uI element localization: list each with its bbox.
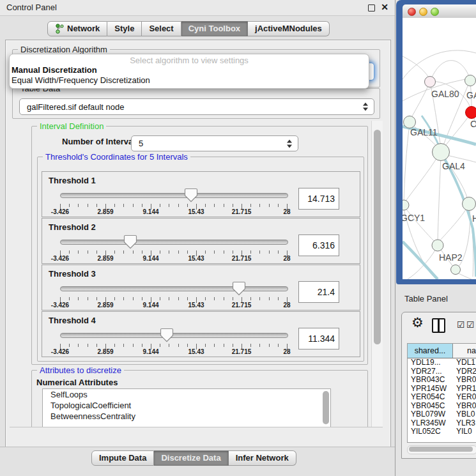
scrollbar-thumb[interactable]	[409, 447, 473, 452]
tab-label: Network	[67, 22, 100, 36]
tick-mark	[224, 204, 224, 207]
column-header-shared-name[interactable]: shared...	[408, 344, 453, 358]
network-node-gal80[interactable]	[425, 77, 436, 88]
close-icon[interactable]: ✕	[381, 2, 388, 12]
node-label: GAL80	[431, 89, 459, 99]
threshold-slider[interactable]: -3.4262.8599.14415.4321.71528	[60, 327, 288, 355]
table-row[interactable]: YER054CYER0	[408, 393, 476, 402]
table-row[interactable]: YDR27...YDR2	[408, 367, 476, 376]
tab-discretize-data[interactable]: Discretize Data	[154, 450, 228, 466]
network-node-gal11[interactable]	[404, 116, 416, 128]
network-node-h[interactable]	[463, 197, 476, 211]
list-item-topologicalcoefficient[interactable]: TopologicalCoefficient	[43, 400, 330, 411]
table-cell: YPR1	[456, 385, 476, 394]
table-row[interactable]: YLR345WYLR3	[408, 419, 476, 428]
slider-thumb[interactable]	[184, 188, 198, 203]
zoom-traffic-light-icon[interactable]	[431, 8, 439, 16]
checkbox-checked-icon[interactable]: ☑	[457, 319, 465, 330]
slider-thumb[interactable]	[160, 328, 174, 342]
network-node-c[interactable]	[466, 107, 476, 119]
tick-label: 2.859	[93, 348, 118, 355]
list-scrollbar[interactable]	[323, 391, 329, 424]
slider-track	[60, 193, 288, 198]
table-row[interactable]: YBR043CYBR0	[408, 376, 476, 385]
table-row[interactable]: YPR145WYPR1	[408, 385, 476, 394]
table-cell: YBR043C	[411, 376, 445, 385]
scrollbar-thumb[interactable]	[374, 130, 381, 344]
tab-label: jActiveMNodules	[255, 22, 322, 36]
tab-jactivemnodules[interactable]: jActiveMNodules	[248, 21, 330, 36]
threshold-value-field[interactable]: 11.344	[298, 328, 339, 349]
network-node[interactable]	[451, 265, 461, 275]
column-header-name[interactable]: na	[453, 344, 476, 358]
combo-value: galFiltered.sif default node	[27, 99, 124, 114]
tick-label: 2.859	[93, 255, 118, 262]
popup-option-equal-width-frequency-discretization[interactable]: Equal Width/Frequency Discretization	[12, 75, 367, 86]
network-node-hap2[interactable]	[432, 240, 443, 251]
tick-mark	[123, 250, 124, 254]
tick-mark	[160, 297, 160, 300]
popup-option-manual-discretization[interactable]: Manual Discretization	[12, 65, 367, 75]
threshold-panel-1: Threshold 1-3.4262.8599.14415.4321.71528…	[42, 171, 360, 217]
algorithm-dropdown-popup: Select algorithm to view settings Manual…	[9, 54, 369, 89]
table-cell: YDL1	[456, 358, 475, 367]
tab-cyni-toolbox[interactable]: Cyni Toolbox	[181, 21, 248, 36]
popup-hint: Select algorithm to view settings	[10, 56, 369, 65]
number-of-intervals-combo[interactable]: 5	[131, 135, 298, 151]
tick-mark	[78, 250, 79, 254]
table-row[interactable]: YDL19...YDL1	[408, 358, 476, 367]
threshold-value-field[interactable]: 21.4	[298, 281, 339, 303]
group-title: Threshold's Coordinates for 5 Intervals	[43, 152, 190, 162]
tick-label: -3.426	[47, 302, 73, 309]
interval-definition-group: Interval Definition Number of Intervals …	[31, 126, 368, 365]
tick-mark	[259, 297, 260, 300]
slider-thumb[interactable]	[123, 234, 137, 249]
numerical-attributes-list[interactable]: SelfLoopsTopologicalCoefficientBetweenne…	[42, 388, 331, 427]
tick-mark	[214, 250, 215, 254]
list-item-selfloops[interactable]: SelfLoops	[43, 389, 330, 400]
tick-mark	[88, 204, 88, 207]
split-column-icon[interactable]	[432, 318, 445, 333]
table-cell: YER0	[456, 393, 476, 402]
node-label: H	[472, 213, 476, 224]
checkbox-checked-icon[interactable]: ☑	[466, 319, 475, 330]
float-window-icon[interactable]	[368, 4, 375, 12]
tick-mark	[178, 204, 179, 207]
control-panel-titlebar: Control Panel ✕	[0, 0, 395, 16]
table-row[interactable]: YBL079WYBL0	[408, 410, 476, 419]
network-node-gal4[interactable]	[433, 144, 450, 161]
control-panel-tab-bar: NetworkStyleSelectCyni ToolboxjActiveMNo…	[47, 21, 330, 36]
minimize-traffic-light-icon[interactable]	[419, 8, 427, 16]
table-horizontal-scrollbar[interactable]	[407, 445, 476, 454]
tab-style[interactable]: Style	[107, 21, 142, 36]
threshold-slider[interactable]: -3.4262.8599.14415.4321.71528	[60, 234, 288, 262]
tab-infer-network[interactable]: Infer Network	[229, 450, 296, 466]
table-row[interactable]: YBR045CYBR0	[408, 402, 476, 411]
tick-mark	[160, 344, 160, 347]
tick-mark	[88, 344, 88, 347]
tab-network[interactable]: Network	[47, 21, 107, 36]
close-traffic-light-icon[interactable]	[408, 8, 416, 16]
threshold-value-field[interactable]: 14.713	[298, 188, 339, 210]
threshold-slider[interactable]: -3.4262.8599.14415.4321.71528	[60, 280, 288, 309]
tab-select[interactable]: Select	[142, 21, 181, 36]
table-panel-window: ⚙ ☑ ☑ shared... na YDL19...YDL1YDR27...Y…	[401, 312, 476, 459]
table-data-combo[interactable]: galFiltered.sif default node	[19, 98, 374, 115]
table-cell: YPR145W	[411, 385, 447, 394]
tick-mark	[78, 297, 79, 300]
threshold-slider[interactable]: -3.4262.8599.14415.4321.71528	[60, 187, 288, 215]
list-item-betweennesscentrality[interactable]: BetweennessCentrality	[43, 411, 330, 422]
table-cell: YLR3	[456, 419, 475, 428]
panel-scrollbar[interactable]	[371, 121, 383, 427]
tab-impute-data[interactable]: Impute Data	[91, 450, 154, 466]
threshold-value-field[interactable]: 6.316	[298, 234, 339, 256]
network-view-window[interactable]: GAL80GACGAL11GAL4GCY1HHAP2	[396, 0, 476, 284]
network-node-gcy1[interactable]	[403, 200, 409, 210]
network-canvas[interactable]: GAL80GACGAL11GAL4GCY1HHAP2	[403, 18, 476, 279]
network-node-ga[interactable]	[465, 75, 476, 86]
slider-thumb[interactable]	[232, 281, 246, 296]
tick-label: -3.426	[47, 255, 73, 262]
gear-icon[interactable]: ⚙	[411, 315, 424, 330]
table-row[interactable]: YIL052CYIL0	[408, 427, 476, 434]
algorithm-popup-options: Manual DiscretizationEqual Width/Frequen…	[12, 65, 367, 86]
